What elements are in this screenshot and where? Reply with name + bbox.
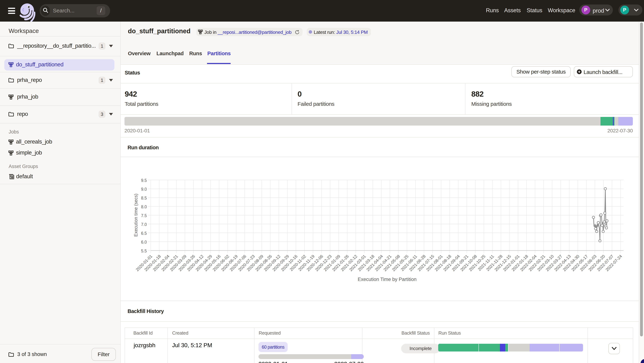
svg-text:6.0: 6.0 [141, 240, 147, 244]
svg-text:8.0: 8.0 [141, 204, 147, 209]
svg-text:Execution Time by Partition: Execution Time by Partition [358, 277, 416, 282]
svg-text:7.0: 7.0 [141, 222, 147, 227]
svg-text:9.0: 9.0 [141, 187, 147, 192]
svg-text:8.5: 8.5 [141, 196, 147, 200]
svg-text:7.5: 7.5 [141, 213, 147, 218]
svg-text:Execution time (secs): Execution time (secs) [133, 194, 138, 237]
svg-text:6.5: 6.5 [141, 231, 147, 236]
svg-text:5.5: 5.5 [141, 248, 147, 253]
svg-text:9.5: 9.5 [141, 178, 147, 183]
